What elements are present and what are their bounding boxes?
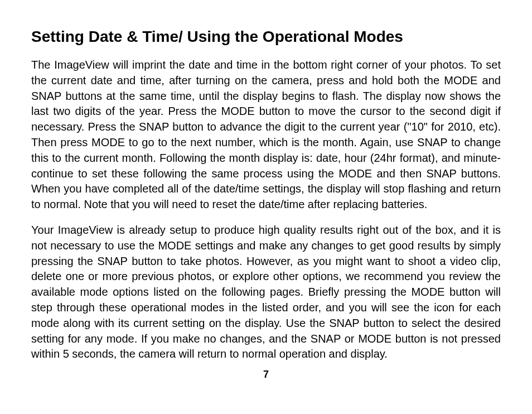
body-paragraph-2: Your ImageView is already setup to produ… bbox=[31, 223, 501, 362]
page-number: 7 bbox=[31, 369, 501, 381]
document-page: Setting Date & Time/ Using the Operation… bbox=[0, 0, 532, 392]
section-heading: Setting Date & Time/ Using the Operation… bbox=[31, 27, 501, 46]
body-paragraph-1: The ImageView will imprint the date and … bbox=[31, 57, 501, 213]
